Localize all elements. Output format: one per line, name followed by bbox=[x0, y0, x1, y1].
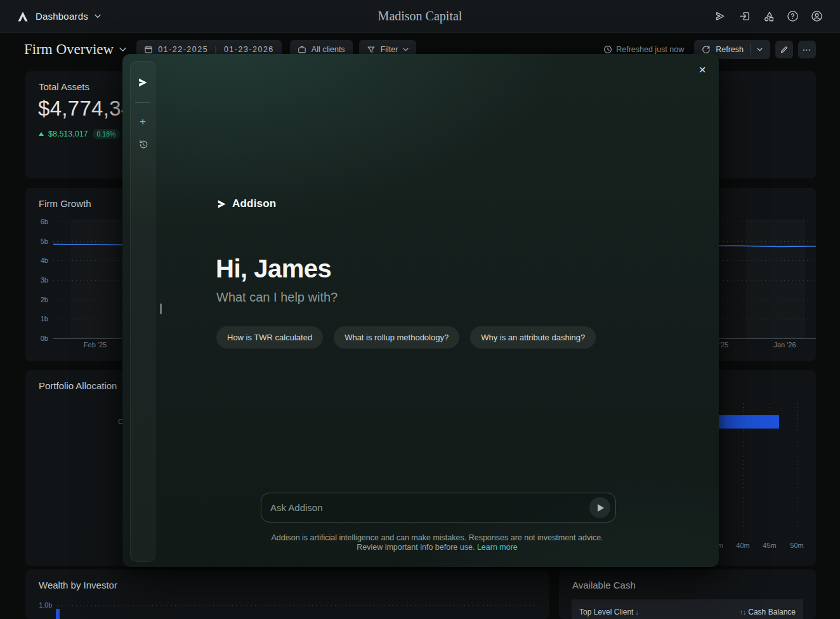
disclaimer-line2: Review important info before use. bbox=[357, 543, 475, 552]
ask-addison-input[interactable] bbox=[270, 502, 589, 513]
filter-label: Filter bbox=[381, 45, 398, 54]
clock-icon bbox=[603, 45, 612, 54]
column-label: Cash Balance bbox=[748, 608, 796, 616]
disclaimer-line1: Addison is artificial intelligence and c… bbox=[271, 533, 603, 542]
card-title: Portfolio Allocation bbox=[39, 380, 117, 391]
close-icon[interactable]: ✕ bbox=[696, 63, 709, 76]
card-title: Total Assets bbox=[39, 81, 89, 92]
addison-nav-icon[interactable] bbox=[713, 10, 727, 23]
y-tick: 1.0b bbox=[25, 601, 52, 609]
greeting-subtitle: What can I help with? bbox=[216, 290, 338, 305]
gridline bbox=[797, 403, 797, 540]
x-tick: 40m bbox=[736, 542, 749, 549]
x-tick: Jan '26 bbox=[773, 341, 796, 349]
sort-desc-icon: ↓ bbox=[635, 608, 638, 616]
funnel-icon bbox=[367, 45, 376, 54]
edit-dashboard-button[interactable] bbox=[775, 41, 793, 58]
top-nav: Dashboards Madison Capital bbox=[0, 0, 840, 33]
suggestion-chip[interactable]: How is TWR calculated bbox=[216, 326, 323, 349]
y-tick: 5b bbox=[25, 237, 48, 245]
x-tick: '25 bbox=[719, 341, 728, 349]
refresh-icon bbox=[702, 45, 711, 54]
delta-percent-badge: 0.18% bbox=[93, 129, 121, 139]
learn-more-link[interactable]: Learn more bbox=[477, 543, 518, 552]
card-title: Available Cash bbox=[572, 580, 636, 590]
chevron-down-icon bbox=[119, 47, 126, 52]
suggestion-chips: How is TWR calculated What is rollup met… bbox=[216, 326, 596, 349]
addison-sidebar: + bbox=[130, 61, 155, 562]
chevron-down-icon bbox=[403, 48, 409, 51]
divider bbox=[135, 102, 150, 103]
gridline bbox=[57, 605, 539, 606]
addison-brand: Addison bbox=[216, 197, 276, 210]
more-options-button[interactable]: ⋯ bbox=[798, 41, 816, 58]
particle-wave-decoration bbox=[122, 54, 719, 422]
refresh-label: Refresh bbox=[716, 45, 744, 54]
sort-icon: ↑↓ bbox=[740, 608, 747, 616]
delta-amount: $8,513,017 bbox=[48, 130, 88, 138]
history-icon[interactable] bbox=[136, 137, 150, 151]
ask-addison-box bbox=[261, 493, 616, 522]
account-icon[interactable] bbox=[810, 10, 824, 23]
card-title: Firm Growth bbox=[39, 198, 91, 209]
entities-shapes-icon[interactable] bbox=[761, 10, 775, 23]
y-tick: 6b bbox=[25, 218, 48, 225]
ai-disclaimer: Addison is artificial intelligence and c… bbox=[155, 533, 719, 553]
card-title: Wealth by Investor bbox=[39, 580, 117, 590]
y-tick: 4b bbox=[25, 256, 48, 264]
dashboards-menu[interactable]: Dashboards bbox=[36, 11, 88, 22]
y-tick: 1b bbox=[25, 315, 48, 323]
suggestion-chip[interactable]: Why is an attribute dashing? bbox=[470, 326, 596, 349]
addison-logo-icon bbox=[136, 76, 150, 90]
column-label: Top Level Client bbox=[579, 608, 633, 616]
scrollbar-thumb[interactable] bbox=[160, 303, 162, 314]
column-top-level-client[interactable]: Top Level Client ↓ bbox=[579, 608, 641, 616]
chevron-down-icon[interactable] bbox=[95, 14, 101, 18]
y-tick: 0b bbox=[25, 335, 48, 342]
divider bbox=[750, 44, 751, 55]
ellipsis-icon: ⋯ bbox=[803, 44, 812, 55]
export-report-icon[interactable] bbox=[737, 10, 751, 23]
send-button[interactable] bbox=[589, 497, 610, 518]
available-cash-card: Available Cash Top Level Client ↓ ↑↓ Cas… bbox=[559, 569, 816, 619]
suggestion-chip[interactable]: What is rollup methodology? bbox=[334, 326, 459, 349]
help-icon[interactable] bbox=[785, 10, 799, 23]
addison-modal: ✕ + Addison Hi, James What can I help wi… bbox=[122, 54, 719, 567]
greeting-heading: Hi, James bbox=[216, 255, 331, 283]
y-tick: 3b bbox=[25, 276, 48, 284]
wealth-by-investor-card: Wealth by Investor 1.0b bbox=[25, 569, 549, 619]
refreshed-status: Refreshed just now bbox=[603, 45, 684, 54]
investor-bar[interactable] bbox=[56, 609, 60, 619]
clients-label: All clients bbox=[312, 45, 345, 54]
send-arrow-icon bbox=[598, 504, 604, 512]
page-title-label: Firm Overview bbox=[24, 41, 114, 58]
x-tick: Feb '25 bbox=[84, 341, 107, 349]
briefcase-icon bbox=[298, 45, 306, 54]
arrow-up-icon bbox=[39, 132, 44, 136]
app-logo-icon[interactable] bbox=[16, 10, 29, 23]
date-end: 01-23-2026 bbox=[224, 45, 274, 54]
calendar-icon bbox=[144, 45, 153, 54]
x-tick: 50m bbox=[790, 542, 803, 549]
column-cash-balance[interactable]: ↑↓ Cash Balance bbox=[738, 608, 796, 616]
addison-wordmark: Addison bbox=[232, 197, 276, 210]
new-chat-button[interactable]: + bbox=[136, 114, 150, 128]
date-start: 01-22-2025 bbox=[158, 45, 208, 54]
table-header-row: Top Level Client ↓ ↑↓ Cash Balance bbox=[572, 599, 803, 619]
x-tick: 45m bbox=[763, 542, 776, 549]
addison-logo-icon bbox=[216, 199, 227, 210]
workspace-title: Madison Capital bbox=[378, 9, 463, 23]
date-separator: | bbox=[213, 45, 219, 54]
refreshed-label: Refreshed just now bbox=[616, 45, 684, 54]
y-tick: 2b bbox=[25, 296, 48, 303]
chevron-down-icon[interactable] bbox=[757, 48, 763, 51]
page-title[interactable]: Firm Overview bbox=[24, 41, 126, 58]
pencil-icon bbox=[780, 45, 789, 54]
